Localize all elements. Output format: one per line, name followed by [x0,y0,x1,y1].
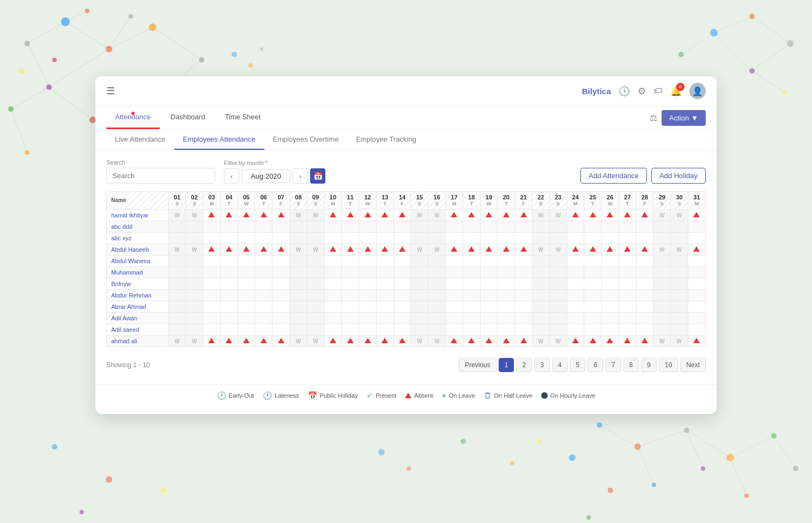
attendance-cell[interactable] [653,324,671,335]
attendance-cell[interactable] [342,335,359,346]
month-prev-button[interactable]: ‹ [224,168,239,184]
attendance-cell[interactable] [567,209,584,221]
attendance-cell[interactable] [324,209,342,221]
attendance-cell[interactable] [515,232,532,244]
pagination-page-3[interactable]: 3 [534,358,550,372]
attendance-cell[interactable] [290,232,307,244]
pagination-page-5[interactable]: 5 [570,358,586,372]
attendance-cell[interactable] [359,232,377,244]
attendance-cell[interactable] [186,324,203,335]
attendance-cell[interactable] [584,221,602,232]
attendance-cell[interactable] [220,312,238,324]
attendance-cell[interactable] [359,289,377,301]
attendance-cell[interactable] [636,289,653,301]
attendance-cell[interactable] [671,255,688,266]
attendance-cell[interactable] [636,301,653,312]
attendance-cell[interactable] [255,232,272,244]
attendance-cell[interactable] [411,255,428,266]
attendance-cell[interactable] [636,324,653,335]
attendance-cell[interactable] [272,244,290,255]
attendance-cell[interactable] [272,289,290,301]
attendance-cell[interactable] [602,324,619,335]
attendance-cell[interactable] [653,312,671,324]
attendance-cell[interactable] [602,289,619,301]
attendance-cell[interactable]: W [532,335,549,346]
attendance-cell[interactable] [307,266,324,278]
attendance-cell[interactable] [498,301,515,312]
attendance-cell[interactable] [636,312,653,324]
attendance-cell[interactable]: W [186,209,203,221]
attendance-cell[interactable] [428,232,446,244]
attendance-cell[interactable]: W [290,209,307,221]
attendance-cell[interactable]: W [168,244,186,255]
attendance-cell[interactable] [376,289,393,301]
pagination-page-4[interactable]: 4 [552,358,568,372]
attendance-cell[interactable]: W [671,209,688,221]
attendance-cell[interactable] [567,324,584,335]
attendance-cell[interactable] [272,301,290,312]
attendance-cell[interactable] [498,209,515,221]
attendance-cell[interactable] [549,301,567,312]
attendance-cell[interactable] [376,278,393,289]
attendance-cell[interactable] [602,266,619,278]
attendance-cell[interactable] [168,266,186,278]
attendance-cell[interactable] [653,255,671,266]
attendance-cell[interactable] [498,244,515,255]
attendance-cell[interactable] [376,324,393,335]
attendance-cell[interactable] [602,244,619,255]
attendance-cell[interactable] [272,209,290,221]
attendance-cell[interactable] [186,301,203,312]
attendance-cell[interactable] [376,335,393,346]
bookmark-icon[interactable]: 🏷 [653,86,663,96]
attendance-cell[interactable] [411,324,428,335]
attendance-cell[interactable] [168,289,186,301]
attendance-cell[interactable] [480,266,498,278]
attendance-cell[interactable] [463,289,480,301]
attendance-cell[interactable] [272,278,290,289]
attendance-cell[interactable] [567,289,584,301]
attendance-cell[interactable] [342,266,359,278]
attendance-cell[interactable] [203,324,221,335]
attendance-cell[interactable] [602,335,619,346]
attendance-cell[interactable] [428,266,446,278]
attendance-cell[interactable] [567,255,584,266]
attendance-cell[interactable] [480,301,498,312]
attendance-cell[interactable] [498,221,515,232]
attendance-cell[interactable]: W [290,335,307,346]
attendance-cell[interactable]: W [307,244,324,255]
attendance-cell[interactable] [428,289,446,301]
attendance-cell[interactable] [255,209,272,221]
attendance-cell[interactable] [203,289,221,301]
attendance-cell[interactable] [549,232,567,244]
attendance-cell[interactable] [168,312,186,324]
attendance-cell[interactable] [203,232,221,244]
attendance-cell[interactable] [428,278,446,289]
attendance-cell[interactable]: W [290,244,307,255]
attendance-cell[interactable]: W [532,209,549,221]
attendance-cell[interactable] [376,301,393,312]
attendance-cell[interactable] [238,209,255,221]
attendance-cell[interactable] [238,221,255,232]
pagination-page-9[interactable]: 9 [641,358,657,372]
attendance-cell[interactable] [220,209,238,221]
attendance-cell[interactable] [238,266,255,278]
attendance-cell[interactable]: W [307,335,324,346]
attendance-cell[interactable] [515,255,532,266]
attendance-cell[interactable] [602,255,619,266]
attendance-cell[interactable] [515,312,532,324]
attendance-cell[interactable] [549,278,567,289]
attendance-cell[interactable]: W [549,335,567,346]
pagination-page-10[interactable]: 10 [659,358,678,372]
attendance-cell[interactable] [290,324,307,335]
attendance-cell[interactable]: W [532,244,549,255]
attendance-cell[interactable] [168,278,186,289]
attendance-cell[interactable]: W [549,209,567,221]
attendance-cell[interactable] [272,335,290,346]
attendance-cell[interactable] [411,301,428,312]
attendance-cell[interactable] [272,221,290,232]
attendance-cell[interactable] [324,312,342,324]
attendance-cell[interactable] [480,289,498,301]
attendance-cell[interactable] [619,209,636,221]
attendance-cell[interactable] [584,232,602,244]
attendance-cell[interactable]: W [671,244,688,255]
